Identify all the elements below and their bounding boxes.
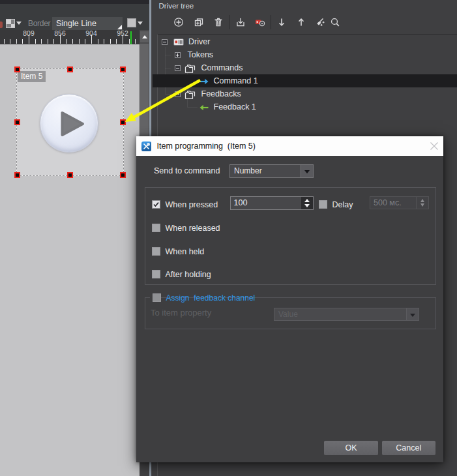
assign-feedback-checkbox[interactable] <box>153 293 161 302</box>
option-label: When pressed <box>166 198 218 211</box>
tree-node-label: Feedback 1 <box>214 100 256 113</box>
ruler-tick <box>98 39 98 44</box>
option-row-after-holding: After holding <box>152 268 230 281</box>
command-combobox-value: Number <box>234 165 262 177</box>
property-combobox-value: Value <box>278 308 298 320</box>
selection-handle[interactable] <box>14 67 20 72</box>
selection-handle[interactable] <box>14 172 20 178</box>
editor-canvas[interactable]: Item 5 <box>0 44 140 476</box>
ruler-tick <box>35 39 36 44</box>
item-programming-dialog: Item programming (Item 5) Send to comman… <box>136 136 443 462</box>
import-icon[interactable] <box>234 16 247 29</box>
toolbar-separator <box>271 15 271 29</box>
clean-icon[interactable] <box>314 16 327 29</box>
unchecked-checkbox[interactable] <box>152 247 160 256</box>
press-value: 100 <box>234 197 248 209</box>
fill-dropdown-caret-icon[interactable] <box>16 22 22 25</box>
tree-expander-minus-icon[interactable] <box>162 39 168 45</box>
scroll-up-button[interactable] <box>140 31 149 42</box>
tree-row-feedback-1[interactable]: Feedback 1 <box>152 100 457 113</box>
spin-down-icon[interactable] <box>304 204 310 207</box>
tree-row-driver[interactable]: Driver <box>152 35 457 48</box>
delay-value-spinbox: 500 мс. <box>370 196 429 209</box>
search-icon[interactable] <box>329 16 342 29</box>
ruler-tick <box>104 39 104 44</box>
tree-expander-minus-icon[interactable] <box>175 91 181 97</box>
property-combobox: Value <box>274 308 419 321</box>
unchecked-checkbox[interactable] <box>152 224 160 232</box>
dialog-titlebar[interactable]: Item programming (Item 5) <box>136 136 443 156</box>
canvas-item[interactable]: Item 5 <box>17 69 123 175</box>
driver-tree-toolbar <box>152 14 457 31</box>
dialog-close-icon[interactable] <box>430 141 439 151</box>
ruler-tick <box>41 39 42 44</box>
ruler-tick <box>91 35 92 44</box>
ruler-tick <box>4 39 5 44</box>
folder-icon <box>184 64 196 75</box>
delay-value: 500 мс. <box>374 197 402 209</box>
selection-handle[interactable] <box>67 172 73 178</box>
tree-row-command-1[interactable]: Command 1 <box>152 74 457 87</box>
ruler-tick <box>129 39 130 44</box>
play-triangle-icon <box>40 95 99 153</box>
send-to-command-label: Send to command <box>154 164 220 178</box>
ruler-tick <box>135 39 136 44</box>
dialog-app-icon <box>141 141 151 151</box>
border-style-combobox[interactable]: Single Line <box>52 17 123 30</box>
border-style-value: Single Line <box>56 17 96 30</box>
selection-handle[interactable] <box>120 119 126 125</box>
delay-option-row: Delay <box>319 198 371 211</box>
option-label: After holding <box>166 268 211 281</box>
checker-swatch-icon[interactable] <box>6 19 15 28</box>
spin-up-icon[interactable] <box>304 199 310 202</box>
checked-checkbox[interactable] <box>152 200 160 209</box>
toolbar-separator <box>229 15 229 29</box>
border-color-caret-icon[interactable] <box>138 22 143 25</box>
delay-checkbox[interactable] <box>319 200 327 209</box>
combo-corner-icon <box>117 25 122 29</box>
duplicate-icon[interactable] <box>192 16 205 29</box>
unchecked-checkbox[interactable] <box>152 270 160 278</box>
command-combobox-arrow-icon[interactable] <box>301 165 313 177</box>
device-icon[interactable] <box>254 16 267 29</box>
tree-node-label: Tokens <box>188 48 214 61</box>
delay-spin-buttons <box>416 197 428 209</box>
property-combobox-arrow-icon <box>406 308 419 320</box>
driver-icon <box>173 38 184 48</box>
assign-feedback-label: Assign feedback channel <box>166 291 256 305</box>
selection-handle[interactable] <box>14 119 20 125</box>
scrollbar-thumb[interactable] <box>140 44 149 136</box>
selection-handle[interactable] <box>67 67 73 72</box>
cancel-button[interactable]: Cancel <box>382 441 436 455</box>
horizontal-ruler: 809856904952 <box>0 30 140 44</box>
arrow-left-icon <box>199 104 209 113</box>
move-up-icon[interactable] <box>295 16 308 29</box>
tree-row-tokens[interactable]: Tokens <box>152 48 457 61</box>
press-value-spin-buttons[interactable] <box>301 197 313 209</box>
ruler-cursor-line <box>130 31 132 44</box>
ruler-tick <box>22 39 23 44</box>
command-combobox[interactable]: Number <box>229 164 314 178</box>
move-down-icon[interactable] <box>275 16 288 29</box>
application-window: Border Single Line 809856904952 Item 5 <box>0 0 457 476</box>
tree-node-label: Commands <box>201 61 243 74</box>
clipped-label-fragment <box>0 22 3 28</box>
delete-icon[interactable] <box>212 16 225 29</box>
tree-expander-minus-icon[interactable] <box>175 65 181 71</box>
window-top-strip <box>0 0 149 4</box>
selection-handle[interactable] <box>120 172 126 178</box>
tree-selection-highlight <box>153 74 457 87</box>
tree-node-label: Feedbacks <box>201 87 241 100</box>
press-value-spinbox[interactable]: 100 <box>230 196 314 210</box>
tree-row-commands[interactable]: Commands <box>152 61 457 74</box>
tree-row-feedbacks[interactable]: Feedbacks <box>152 87 457 100</box>
selection-handle[interactable] <box>120 67 126 72</box>
item-label: Item 5 <box>18 71 46 82</box>
tree-node-label: Command 1 <box>214 74 258 87</box>
tree-expander-plus-icon[interactable] <box>175 52 181 58</box>
delay-spin-down-icon <box>420 203 424 207</box>
add-icon[interactable] <box>172 16 185 29</box>
to-item-property-label: To item property <box>151 306 211 320</box>
border-color-swatch[interactable] <box>127 18 136 27</box>
ok-button[interactable]: OK <box>324 441 378 455</box>
